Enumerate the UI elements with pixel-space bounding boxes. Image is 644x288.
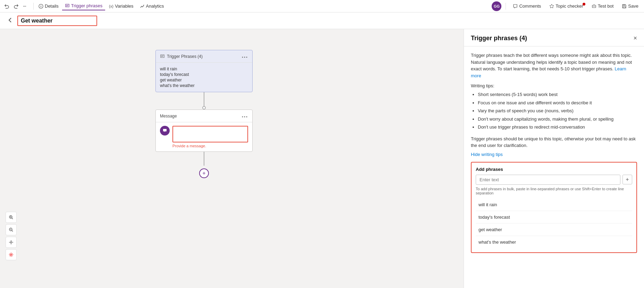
trigger-phrases-tab[interactable]: Trigger phrases (62, 2, 105, 10)
connector-bottom (204, 152, 204, 166)
message-node-label: Message (160, 114, 177, 119)
notification-dot (583, 3, 585, 6)
close-panel-button[interactable]: × (633, 35, 637, 42)
fit-view-button[interactable] (6, 237, 17, 248)
svg-point-0 (24, 6, 25, 7)
connector-top (202, 92, 206, 110)
topic-checker-label: Topic checker (556, 3, 583, 9)
list-item: get weather (160, 77, 248, 83)
test-bot-button[interactable]: Test bot (589, 2, 617, 10)
svg-point-17 (242, 57, 243, 58)
list-item: will it rain (160, 66, 248, 72)
svg-point-1 (23, 6, 24, 7)
trigger-phrases-list: will it rain today's forecast get weathe… (160, 66, 248, 88)
variables-label: Variables (115, 3, 133, 9)
svg-point-5 (41, 5, 41, 6)
list-item: today's forecast (160, 72, 248, 77)
add-phrases-section: Add phrases + To add phrases in bulk, pa… (471, 162, 637, 253)
svg-rect-9 (592, 5, 596, 8)
variables-tab[interactable]: {x} Variables (106, 2, 136, 10)
panel-body: Trigger phrases teach the bot different … (464, 46, 644, 259)
phrase-item: today's forecast (476, 211, 632, 224)
main-content: Trigger Phrases (4) will it rain today's… (0, 29, 644, 288)
tip-item: Don't worry about capitalizing words, ma… (478, 115, 637, 123)
comments-button[interactable]: Comments (510, 2, 544, 10)
connector-line-1 (204, 92, 204, 106)
message-node-body: Provide a message. (156, 122, 252, 151)
trigger-phrases-label: Trigger phrases (71, 3, 103, 8)
svg-point-2 (25, 6, 26, 7)
zoom-in-button[interactable] (6, 212, 17, 223)
zoom-out-button[interactable] (6, 224, 17, 235)
hide-writing-tips-link[interactable]: Hide writing tips (471, 152, 637, 157)
connector-dot (202, 106, 206, 110)
right-panel: Trigger phrases (4) × Trigger phrases te… (464, 29, 644, 288)
avatar: GG (492, 1, 501, 11)
topic-bar (0, 12, 644, 29)
trigger-node-label: Trigger Phrases (4) (160, 54, 203, 59)
add-phrases-title: Add phrases (476, 167, 632, 172)
svg-rect-14 (623, 5, 625, 6)
trigger-node-title: Trigger Phrases (4) (167, 54, 203, 59)
svg-line-28 (12, 230, 13, 232)
comments-label: Comments (519, 3, 541, 9)
save-label: Save (628, 3, 638, 9)
trigger-node-menu[interactable] (241, 53, 248, 60)
analytics-tab[interactable]: Analytics (137, 2, 167, 10)
message-node-menu[interactable] (241, 113, 248, 119)
message-node: Message Provide a message. (155, 110, 253, 152)
undo-redo-group (3, 2, 28, 10)
svg-line-24 (12, 218, 13, 219)
analytics-label: Analytics (146, 3, 164, 9)
phrase-input[interactable] (476, 175, 620, 185)
svg-point-20 (242, 116, 243, 117)
svg-point-10 (593, 6, 594, 7)
writing-tips-title: Writing tips: (471, 83, 637, 88)
svg-point-18 (244, 57, 245, 58)
settings-button[interactable] (6, 249, 17, 260)
tip-item: Focus on one issue and use different wor… (478, 99, 637, 107)
bulk-hint: To add phrases in bulk, paste in line-se… (476, 187, 632, 195)
more-options-button[interactable] (21, 2, 28, 10)
tip-item: Short sentences (5-15 words) work best (478, 90, 637, 99)
panel-description: Trigger phrases teach the bot different … (471, 52, 637, 79)
add-phrase-button[interactable]: + (622, 175, 632, 184)
topic-checker-button[interactable]: Topic checker (546, 2, 586, 10)
trigger-node-header: Trigger Phrases (4) (156, 50, 252, 63)
message-input-area[interactable] (172, 126, 248, 142)
writing-tips-list: Short sentences (5-15 words) work best F… (471, 90, 637, 131)
redo-button[interactable] (12, 2, 20, 10)
details-tab[interactable]: Details (36, 2, 61, 10)
panel-title: Trigger phrases (4) (471, 35, 527, 42)
toolbar-left: Details Trigger phrases {x} Variables An… (3, 2, 490, 10)
svg-point-19 (246, 57, 247, 58)
trigger-node: Trigger Phrases (4) will it rain today's… (155, 50, 253, 92)
phrase-item: get weather (476, 224, 632, 236)
add-node-button[interactable]: + (199, 168, 209, 178)
canvas-controls (6, 212, 17, 260)
message-node-title: Message (160, 114, 177, 119)
message-icon (160, 126, 170, 136)
details-label: Details (45, 3, 59, 9)
tip-item: Don't use trigger phrases to redirect mi… (478, 123, 637, 131)
svg-point-21 (244, 116, 245, 117)
list-item: what's the weather (160, 83, 248, 88)
divider (33, 3, 34, 10)
connector-line-2 (204, 152, 204, 166)
save-button[interactable]: Save (619, 2, 641, 10)
canvas-area[interactable]: Trigger Phrases (4) will it rain today's… (0, 29, 464, 288)
test-bot-label: Test bot (598, 3, 614, 9)
phrase-item: what's the weather (476, 236, 632, 248)
divider2 (506, 3, 506, 10)
svg-point-35 (10, 254, 12, 255)
svg-point-30 (10, 242, 12, 243)
message-error: Provide a message. (172, 144, 248, 148)
back-button[interactable] (6, 16, 15, 26)
topic-name-input[interactable] (17, 16, 97, 26)
undo-button[interactable] (3, 2, 11, 10)
toolbar-right: GG Comments Topic checker Test bot Save (492, 1, 641, 11)
trigger-node-body: will it rain today's forecast get weathe… (156, 63, 252, 92)
panel-header: Trigger phrases (4) × (464, 29, 644, 46)
flow-container: Trigger Phrases (4) will it rain today's… (155, 50, 253, 178)
phrase-input-row: + (476, 175, 632, 185)
